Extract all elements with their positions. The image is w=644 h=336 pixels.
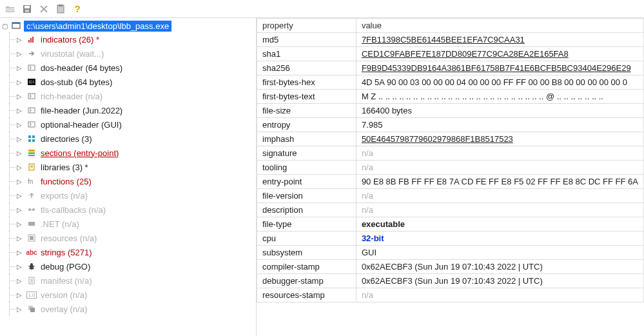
table-row[interactable]: debugger-stamp0x62AECBF3 (Sun Jun 19 07:…: [257, 274, 644, 288]
expand-icon[interactable]: ▷: [15, 306, 23, 313]
prop-value: 32-bit: [356, 232, 643, 246]
table-row[interactable]: first-bytes-hex4D 5A 90 00 03 00 00 00 0…: [257, 75, 644, 90]
tree-item-label: functions (25): [41, 177, 92, 186]
table-row[interactable]: subsystemGUI: [257, 246, 644, 260]
col-value[interactable]: value: [356, 19, 643, 33]
table-row[interactable]: file-versionn/a: [257, 189, 644, 203]
main-split: ▢ c:\users\admin1\desktop\lbb_pass.exe ▷…: [0, 18, 644, 336]
tree-root[interactable]: ▢ c:\users\admin1\desktop\lbb_pass.exe: [4, 19, 256, 32]
help-button[interactable]: ?: [71, 3, 84, 15]
table-row[interactable]: entropy7.985: [257, 118, 644, 132]
table-row[interactable]: imphash50E4645798779602979868F1B8517523: [257, 132, 644, 146]
expand-icon[interactable]: ▷: [15, 121, 23, 128]
tree-item[interactable]: ▷resources (n/a): [18, 231, 256, 245]
expand-icon[interactable]: ▷: [15, 64, 23, 72]
expand-icon[interactable]: ▷: [15, 206, 23, 213]
tree-item[interactable]: ▷file-header (Jun.2022): [18, 103, 256, 117]
table-row[interactable]: sha1CED1C9FABFE7E187DD809E77C9CA28EA2E16…: [257, 47, 644, 61]
expand-icon[interactable]: ▷: [15, 221, 23, 228]
tree-item[interactable]: ▷manifest (n/a): [18, 273, 256, 288]
table-row[interactable]: file-size166400 bytes: [257, 104, 644, 118]
svg-rect-9: [32, 37, 34, 43]
tree-item-label: debug (PGO): [41, 262, 90, 272]
table-row[interactable]: signaturen/a: [257, 146, 644, 161]
tree-item[interactable]: ▷overlay (n/a): [18, 302, 256, 316]
expand-icon[interactable]: ▷: [15, 178, 23, 185]
col-property[interactable]: property: [257, 19, 356, 33]
prop-value: 0x62AECBF3 (Sun Jun 19 07:10:43 2022 | U…: [356, 274, 643, 288]
expand-icon[interactable]: ▷: [15, 93, 23, 100]
table-row[interactable]: descriptionn/a: [257, 203, 644, 217]
tree-item[interactable]: ▷virustotal (wait...): [18, 46, 256, 61]
prop-key: debugger-stamp: [257, 274, 356, 288]
tree-item[interactable]: ▷tls-callbacks (n/a): [18, 203, 256, 217]
open-button[interactable]: [4, 3, 17, 15]
tree-item[interactable]: ▷debug (PGO): [18, 259, 256, 273]
table-row[interactable]: cpu32-bit: [257, 232, 644, 246]
tree-root-label: c:\users\admin1\desktop\lbb_pass.exe: [24, 21, 171, 32]
expand-icon[interactable]: ▷: [15, 277, 23, 284]
func-icon: fn: [26, 176, 37, 186]
expand-icon[interactable]: ▷: [15, 150, 23, 157]
hex-icon: [26, 119, 37, 130]
arrow-right-icon: [26, 48, 37, 59]
expand-icon[interactable]: ▷: [15, 107, 23, 114]
prop-key: first-bytes-text: [257, 90, 356, 104]
expand-icon[interactable]: ▷: [15, 192, 23, 199]
tree-item[interactable]: ▷directories (3): [18, 132, 256, 146]
prop-key: tooling: [257, 161, 356, 175]
tree-item[interactable]: ▷indicators (26) *: [18, 32, 256, 46]
hex-icon: [26, 105, 37, 115]
table-row[interactable]: compiler-stamp0x62AECBF3 (Sun Jun 19 07:…: [257, 260, 644, 274]
collapse-icon[interactable]: ▢: [1, 23, 8, 30]
table-row[interactable]: toolingn/a: [257, 161, 644, 175]
expand-icon[interactable]: ▷: [15, 164, 23, 171]
tree-item[interactable]: ▷libraries (3) *: [18, 160, 256, 174]
expand-icon[interactable]: ▷: [15, 50, 23, 57]
prop-value: 0x62AECBF3 (Sun Jun 19 07:10:43 2022 | U…: [356, 260, 643, 274]
tree-item-label: dos-stub (64 bytes): [41, 77, 112, 87]
paste-button[interactable]: [54, 3, 67, 15]
table-row[interactable]: md57FB11398C5BE61445BEE1EFA7C9CAA31: [257, 33, 644, 47]
net-icon: [26, 219, 37, 229]
tree-item-label: virustotal (wait...): [41, 49, 104, 59]
prop-key: file-size: [257, 104, 356, 118]
tree-item[interactable]: ▷abcstrings (5271): [18, 245, 256, 259]
table-row[interactable]: first-bytes-textM Z .. .. .. .. .. .. ..…: [257, 90, 644, 104]
svg-point-25: [28, 208, 31, 211]
tree-item[interactable]: ▷rich-header (n/a): [18, 89, 256, 103]
expand-icon[interactable]: ▷: [15, 263, 23, 270]
table-row[interactable]: entry-point90 E8 8B FB FF FF E8 7A CD FE…: [257, 175, 644, 189]
toolbar: ?: [0, 0, 644, 18]
tree-item[interactable]: ▷sections (entry-point): [18, 146, 256, 160]
tree-item[interactable]: ▷optional-header (GUI): [18, 117, 256, 132]
prop-key: subsystem: [257, 246, 356, 260]
prop-key: sha1: [257, 47, 356, 61]
table-row[interactable]: sha256F9B9D45339DB9164A3861BF61758B7F41E…: [257, 61, 644, 75]
tree-item[interactable]: ▷dos-header (64 bytes): [18, 61, 256, 75]
svg-rect-18: [28, 139, 31, 142]
tree-item[interactable]: ▷exports (n/a): [18, 188, 256, 203]
tree-item-label: exports (n/a): [41, 191, 88, 201]
prop-key: first-bytes-hex: [257, 75, 356, 90]
expand-icon[interactable]: ▷: [15, 135, 23, 143]
prop-key: sha256: [257, 61, 356, 75]
prop-key: md5: [257, 33, 356, 47]
expand-icon[interactable]: ▷: [15, 36, 23, 43]
delete-button[interactable]: [37, 3, 50, 15]
tree-item[interactable]: ▷C:\dos-stub (64 bytes): [18, 75, 256, 89]
save-button[interactable]: [21, 3, 34, 15]
hex-icon: [26, 91, 37, 101]
table-row[interactable]: resources-stampn/a: [257, 288, 644, 302]
tree-item[interactable]: ▷.NET (n/a): [18, 217, 256, 231]
expand-icon[interactable]: ▷: [15, 79, 23, 86]
expand-icon[interactable]: ▷: [15, 235, 23, 242]
expand-icon[interactable]: ▷: [15, 292, 23, 299]
tree-item-label: rich-header (n/a): [41, 92, 102, 101]
table-row[interactable]: file-typeexecutable: [257, 217, 644, 232]
expand-icon[interactable]: ▷: [15, 249, 23, 256]
prop-value: n/a: [356, 146, 643, 161]
tree-item[interactable]: ▷1.0version (n/a): [18, 288, 256, 302]
prop-key: cpu: [257, 232, 356, 246]
tree-item[interactable]: ▷fnfunctions (25): [18, 174, 256, 188]
